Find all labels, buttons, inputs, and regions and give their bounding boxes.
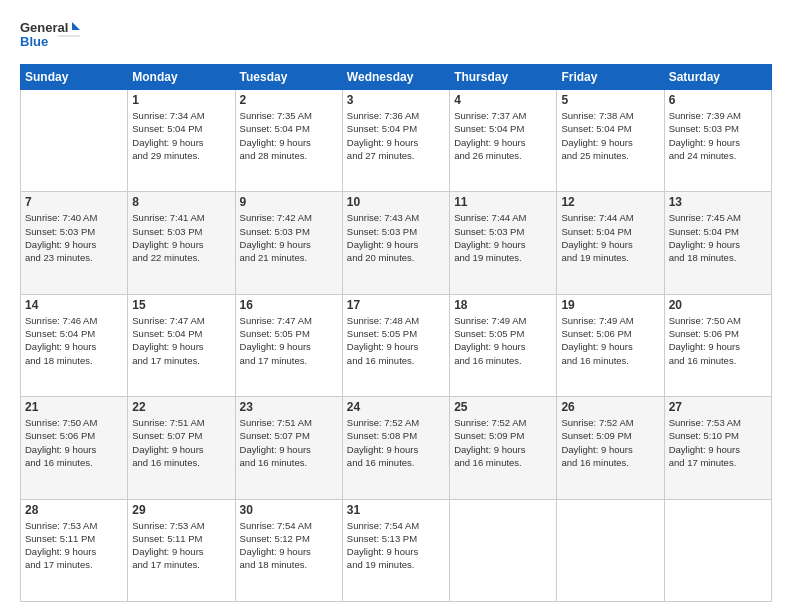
calendar-cell: 17Sunrise: 7:48 AMSunset: 5:05 PMDayligh… xyxy=(342,294,449,396)
day-number: 7 xyxy=(25,195,123,209)
day-number: 24 xyxy=(347,400,445,414)
day-number: 1 xyxy=(132,93,230,107)
day-info: Sunrise: 7:46 AMSunset: 5:04 PMDaylight:… xyxy=(25,314,123,367)
day-info: Sunrise: 7:53 AMSunset: 5:11 PMDaylight:… xyxy=(132,519,230,572)
weekday-header-sunday: Sunday xyxy=(21,65,128,90)
week-row-3: 14Sunrise: 7:46 AMSunset: 5:04 PMDayligh… xyxy=(21,294,772,396)
day-info: Sunrise: 7:38 AMSunset: 5:04 PMDaylight:… xyxy=(561,109,659,162)
calendar-cell: 10Sunrise: 7:43 AMSunset: 5:03 PMDayligh… xyxy=(342,192,449,294)
weekday-header-monday: Monday xyxy=(128,65,235,90)
calendar-cell: 1Sunrise: 7:34 AMSunset: 5:04 PMDaylight… xyxy=(128,90,235,192)
calendar-cell: 23Sunrise: 7:51 AMSunset: 5:07 PMDayligh… xyxy=(235,397,342,499)
day-info: Sunrise: 7:34 AMSunset: 5:04 PMDaylight:… xyxy=(132,109,230,162)
calendar-cell: 16Sunrise: 7:47 AMSunset: 5:05 PMDayligh… xyxy=(235,294,342,396)
calendar-table: SundayMondayTuesdayWednesdayThursdayFrid… xyxy=(20,64,772,602)
day-number: 5 xyxy=(561,93,659,107)
day-info: Sunrise: 7:39 AMSunset: 5:03 PMDaylight:… xyxy=(669,109,767,162)
calendar-cell: 27Sunrise: 7:53 AMSunset: 5:10 PMDayligh… xyxy=(664,397,771,499)
calendar-cell: 22Sunrise: 7:51 AMSunset: 5:07 PMDayligh… xyxy=(128,397,235,499)
day-info: Sunrise: 7:54 AMSunset: 5:13 PMDaylight:… xyxy=(347,519,445,572)
day-info: Sunrise: 7:45 AMSunset: 5:04 PMDaylight:… xyxy=(669,211,767,264)
calendar-cell: 21Sunrise: 7:50 AMSunset: 5:06 PMDayligh… xyxy=(21,397,128,499)
calendar-cell: 3Sunrise: 7:36 AMSunset: 5:04 PMDaylight… xyxy=(342,90,449,192)
calendar-cell: 11Sunrise: 7:44 AMSunset: 5:03 PMDayligh… xyxy=(450,192,557,294)
calendar-cell: 20Sunrise: 7:50 AMSunset: 5:06 PMDayligh… xyxy=(664,294,771,396)
calendar-cell xyxy=(557,499,664,601)
day-number: 30 xyxy=(240,503,338,517)
calendar-cell: 30Sunrise: 7:54 AMSunset: 5:12 PMDayligh… xyxy=(235,499,342,601)
weekday-header-row: SundayMondayTuesdayWednesdayThursdayFrid… xyxy=(21,65,772,90)
calendar-cell: 29Sunrise: 7:53 AMSunset: 5:11 PMDayligh… xyxy=(128,499,235,601)
calendar-cell: 19Sunrise: 7:49 AMSunset: 5:06 PMDayligh… xyxy=(557,294,664,396)
day-info: Sunrise: 7:50 AMSunset: 5:06 PMDaylight:… xyxy=(669,314,767,367)
calendar-cell: 14Sunrise: 7:46 AMSunset: 5:04 PMDayligh… xyxy=(21,294,128,396)
week-row-1: 1Sunrise: 7:34 AMSunset: 5:04 PMDaylight… xyxy=(21,90,772,192)
day-number: 11 xyxy=(454,195,552,209)
weekday-header-saturday: Saturday xyxy=(664,65,771,90)
calendar-cell: 18Sunrise: 7:49 AMSunset: 5:05 PMDayligh… xyxy=(450,294,557,396)
day-info: Sunrise: 7:53 AMSunset: 5:11 PMDaylight:… xyxy=(25,519,123,572)
weekday-header-friday: Friday xyxy=(557,65,664,90)
day-info: Sunrise: 7:48 AMSunset: 5:05 PMDaylight:… xyxy=(347,314,445,367)
day-number: 16 xyxy=(240,298,338,312)
calendar-cell: 31Sunrise: 7:54 AMSunset: 5:13 PMDayligh… xyxy=(342,499,449,601)
calendar-cell: 13Sunrise: 7:45 AMSunset: 5:04 PMDayligh… xyxy=(664,192,771,294)
week-row-4: 21Sunrise: 7:50 AMSunset: 5:06 PMDayligh… xyxy=(21,397,772,499)
day-number: 15 xyxy=(132,298,230,312)
calendar-cell: 26Sunrise: 7:52 AMSunset: 5:09 PMDayligh… xyxy=(557,397,664,499)
day-info: Sunrise: 7:44 AMSunset: 5:04 PMDaylight:… xyxy=(561,211,659,264)
day-info: Sunrise: 7:52 AMSunset: 5:08 PMDaylight:… xyxy=(347,416,445,469)
calendar-cell: 5Sunrise: 7:38 AMSunset: 5:04 PMDaylight… xyxy=(557,90,664,192)
day-info: Sunrise: 7:52 AMSunset: 5:09 PMDaylight:… xyxy=(561,416,659,469)
svg-text:Blue: Blue xyxy=(20,34,48,49)
day-number: 20 xyxy=(669,298,767,312)
day-number: 21 xyxy=(25,400,123,414)
day-number: 13 xyxy=(669,195,767,209)
calendar-cell: 2Sunrise: 7:35 AMSunset: 5:04 PMDaylight… xyxy=(235,90,342,192)
calendar-cell: 25Sunrise: 7:52 AMSunset: 5:09 PMDayligh… xyxy=(450,397,557,499)
day-number: 10 xyxy=(347,195,445,209)
logo-svg: General Blue xyxy=(20,18,80,54)
logo: General Blue xyxy=(20,18,80,54)
day-info: Sunrise: 7:42 AMSunset: 5:03 PMDaylight:… xyxy=(240,211,338,264)
day-info: Sunrise: 7:49 AMSunset: 5:06 PMDaylight:… xyxy=(561,314,659,367)
day-number: 14 xyxy=(25,298,123,312)
day-number: 31 xyxy=(347,503,445,517)
day-number: 27 xyxy=(669,400,767,414)
day-info: Sunrise: 7:54 AMSunset: 5:12 PMDaylight:… xyxy=(240,519,338,572)
day-info: Sunrise: 7:47 AMSunset: 5:05 PMDaylight:… xyxy=(240,314,338,367)
day-info: Sunrise: 7:35 AMSunset: 5:04 PMDaylight:… xyxy=(240,109,338,162)
weekday-header-tuesday: Tuesday xyxy=(235,65,342,90)
day-info: Sunrise: 7:49 AMSunset: 5:05 PMDaylight:… xyxy=(454,314,552,367)
calendar-cell xyxy=(450,499,557,601)
weekday-header-thursday: Thursday xyxy=(450,65,557,90)
day-info: Sunrise: 7:53 AMSunset: 5:10 PMDaylight:… xyxy=(669,416,767,469)
day-number: 17 xyxy=(347,298,445,312)
page: General Blue SundayMondayTuesdayWednesda… xyxy=(0,0,792,612)
day-number: 28 xyxy=(25,503,123,517)
day-info: Sunrise: 7:44 AMSunset: 5:03 PMDaylight:… xyxy=(454,211,552,264)
calendar-cell: 6Sunrise: 7:39 AMSunset: 5:03 PMDaylight… xyxy=(664,90,771,192)
day-number: 29 xyxy=(132,503,230,517)
day-info: Sunrise: 7:51 AMSunset: 5:07 PMDaylight:… xyxy=(132,416,230,469)
svg-marker-2 xyxy=(72,22,80,30)
day-info: Sunrise: 7:51 AMSunset: 5:07 PMDaylight:… xyxy=(240,416,338,469)
day-info: Sunrise: 7:37 AMSunset: 5:04 PMDaylight:… xyxy=(454,109,552,162)
calendar-cell: 15Sunrise: 7:47 AMSunset: 5:04 PMDayligh… xyxy=(128,294,235,396)
day-info: Sunrise: 7:36 AMSunset: 5:04 PMDaylight:… xyxy=(347,109,445,162)
day-number: 4 xyxy=(454,93,552,107)
calendar-cell: 12Sunrise: 7:44 AMSunset: 5:04 PMDayligh… xyxy=(557,192,664,294)
calendar-cell: 8Sunrise: 7:41 AMSunset: 5:03 PMDaylight… xyxy=(128,192,235,294)
day-number: 12 xyxy=(561,195,659,209)
day-info: Sunrise: 7:41 AMSunset: 5:03 PMDaylight:… xyxy=(132,211,230,264)
day-number: 18 xyxy=(454,298,552,312)
calendar-cell xyxy=(664,499,771,601)
day-number: 2 xyxy=(240,93,338,107)
calendar-cell xyxy=(21,90,128,192)
day-number: 23 xyxy=(240,400,338,414)
calendar-cell: 7Sunrise: 7:40 AMSunset: 5:03 PMDaylight… xyxy=(21,192,128,294)
day-number: 6 xyxy=(669,93,767,107)
day-number: 9 xyxy=(240,195,338,209)
day-number: 22 xyxy=(132,400,230,414)
calendar-cell: 28Sunrise: 7:53 AMSunset: 5:11 PMDayligh… xyxy=(21,499,128,601)
